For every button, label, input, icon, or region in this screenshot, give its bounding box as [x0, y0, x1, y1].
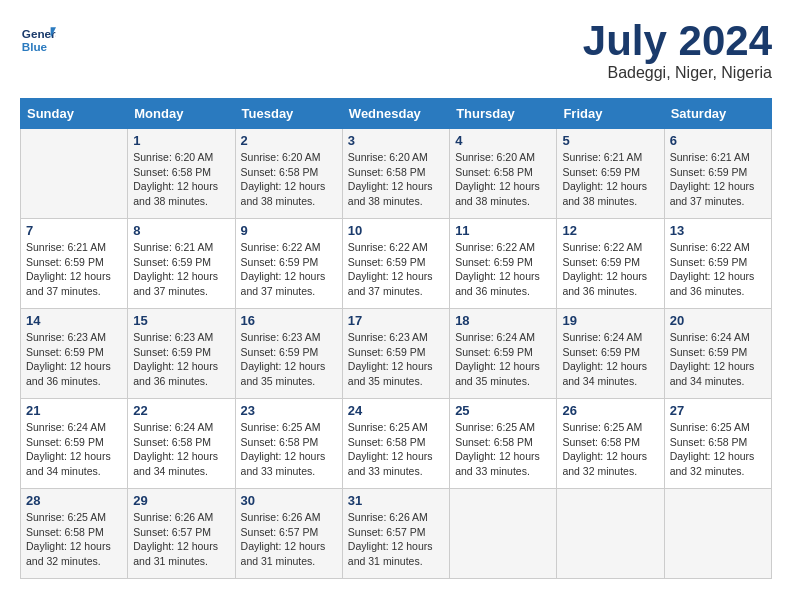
day-number: 27 — [670, 403, 766, 418]
day-info: Sunrise: 6:22 AM Sunset: 6:59 PM Dayligh… — [348, 240, 444, 299]
day-cell — [557, 489, 664, 579]
day-cell: 18Sunrise: 6:24 AM Sunset: 6:59 PM Dayli… — [450, 309, 557, 399]
day-info: Sunrise: 6:21 AM Sunset: 6:59 PM Dayligh… — [133, 240, 229, 299]
day-cell: 1Sunrise: 6:20 AM Sunset: 6:58 PM Daylig… — [128, 129, 235, 219]
day-info: Sunrise: 6:25 AM Sunset: 6:58 PM Dayligh… — [26, 510, 122, 569]
day-info: Sunrise: 6:25 AM Sunset: 6:58 PM Dayligh… — [562, 420, 658, 479]
day-info: Sunrise: 6:22 AM Sunset: 6:59 PM Dayligh… — [455, 240, 551, 299]
col-header-thursday: Thursday — [450, 99, 557, 129]
day-cell: 15Sunrise: 6:23 AM Sunset: 6:59 PM Dayli… — [128, 309, 235, 399]
week-row-2: 7Sunrise: 6:21 AM Sunset: 6:59 PM Daylig… — [21, 219, 772, 309]
day-number: 14 — [26, 313, 122, 328]
title-block: July 2024 Badeggi, Niger, Nigeria — [583, 20, 772, 82]
day-cell: 20Sunrise: 6:24 AM Sunset: 6:59 PM Dayli… — [664, 309, 771, 399]
day-info: Sunrise: 6:25 AM Sunset: 6:58 PM Dayligh… — [670, 420, 766, 479]
day-info: Sunrise: 6:23 AM Sunset: 6:59 PM Dayligh… — [133, 330, 229, 389]
day-cell: 10Sunrise: 6:22 AM Sunset: 6:59 PM Dayli… — [342, 219, 449, 309]
day-number: 3 — [348, 133, 444, 148]
day-number: 4 — [455, 133, 551, 148]
day-number: 12 — [562, 223, 658, 238]
day-cell: 28Sunrise: 6:25 AM Sunset: 6:58 PM Dayli… — [21, 489, 128, 579]
day-info: Sunrise: 6:21 AM Sunset: 6:59 PM Dayligh… — [26, 240, 122, 299]
day-cell: 12Sunrise: 6:22 AM Sunset: 6:59 PM Dayli… — [557, 219, 664, 309]
day-cell: 26Sunrise: 6:25 AM Sunset: 6:58 PM Dayli… — [557, 399, 664, 489]
day-info: Sunrise: 6:24 AM Sunset: 6:59 PM Dayligh… — [670, 330, 766, 389]
svg-text:Blue: Blue — [22, 40, 48, 53]
page-header: General Blue July 2024 Badeggi, Niger, N… — [20, 20, 772, 82]
day-info: Sunrise: 6:22 AM Sunset: 6:59 PM Dayligh… — [562, 240, 658, 299]
day-cell: 14Sunrise: 6:23 AM Sunset: 6:59 PM Dayli… — [21, 309, 128, 399]
day-number: 10 — [348, 223, 444, 238]
day-info: Sunrise: 6:22 AM Sunset: 6:59 PM Dayligh… — [241, 240, 337, 299]
day-info: Sunrise: 6:25 AM Sunset: 6:58 PM Dayligh… — [455, 420, 551, 479]
day-cell: 30Sunrise: 6:26 AM Sunset: 6:57 PM Dayli… — [235, 489, 342, 579]
day-cell: 25Sunrise: 6:25 AM Sunset: 6:58 PM Dayli… — [450, 399, 557, 489]
day-number: 5 — [562, 133, 658, 148]
day-info: Sunrise: 6:23 AM Sunset: 6:59 PM Dayligh… — [241, 330, 337, 389]
day-number: 13 — [670, 223, 766, 238]
day-number: 11 — [455, 223, 551, 238]
logo-icon: General Blue — [20, 20, 56, 56]
day-cell: 19Sunrise: 6:24 AM Sunset: 6:59 PM Dayli… — [557, 309, 664, 399]
day-info: Sunrise: 6:20 AM Sunset: 6:58 PM Dayligh… — [348, 150, 444, 209]
day-cell: 4Sunrise: 6:20 AM Sunset: 6:58 PM Daylig… — [450, 129, 557, 219]
day-cell: 11Sunrise: 6:22 AM Sunset: 6:59 PM Dayli… — [450, 219, 557, 309]
day-number: 6 — [670, 133, 766, 148]
day-info: Sunrise: 6:20 AM Sunset: 6:58 PM Dayligh… — [241, 150, 337, 209]
day-cell: 23Sunrise: 6:25 AM Sunset: 6:58 PM Dayli… — [235, 399, 342, 489]
day-info: Sunrise: 6:26 AM Sunset: 6:57 PM Dayligh… — [241, 510, 337, 569]
day-number: 1 — [133, 133, 229, 148]
day-number: 24 — [348, 403, 444, 418]
day-number: 29 — [133, 493, 229, 508]
day-number: 26 — [562, 403, 658, 418]
week-row-4: 21Sunrise: 6:24 AM Sunset: 6:59 PM Dayli… — [21, 399, 772, 489]
logo: General Blue — [20, 20, 56, 56]
day-number: 17 — [348, 313, 444, 328]
day-info: Sunrise: 6:24 AM Sunset: 6:59 PM Dayligh… — [26, 420, 122, 479]
day-number: 22 — [133, 403, 229, 418]
day-info: Sunrise: 6:24 AM Sunset: 6:59 PM Dayligh… — [562, 330, 658, 389]
day-cell — [450, 489, 557, 579]
col-header-sunday: Sunday — [21, 99, 128, 129]
day-number: 28 — [26, 493, 122, 508]
day-info: Sunrise: 6:23 AM Sunset: 6:59 PM Dayligh… — [348, 330, 444, 389]
day-info: Sunrise: 6:23 AM Sunset: 6:59 PM Dayligh… — [26, 330, 122, 389]
day-cell: 17Sunrise: 6:23 AM Sunset: 6:59 PM Dayli… — [342, 309, 449, 399]
day-number: 7 — [26, 223, 122, 238]
location: Badeggi, Niger, Nigeria — [583, 64, 772, 82]
day-cell — [21, 129, 128, 219]
day-info: Sunrise: 6:26 AM Sunset: 6:57 PM Dayligh… — [133, 510, 229, 569]
col-header-saturday: Saturday — [664, 99, 771, 129]
month-title: July 2024 — [583, 20, 772, 62]
day-cell: 6Sunrise: 6:21 AM Sunset: 6:59 PM Daylig… — [664, 129, 771, 219]
week-row-3: 14Sunrise: 6:23 AM Sunset: 6:59 PM Dayli… — [21, 309, 772, 399]
day-number: 25 — [455, 403, 551, 418]
day-info: Sunrise: 6:24 AM Sunset: 6:59 PM Dayligh… — [455, 330, 551, 389]
day-number: 18 — [455, 313, 551, 328]
day-number: 2 — [241, 133, 337, 148]
day-number: 20 — [670, 313, 766, 328]
day-cell: 8Sunrise: 6:21 AM Sunset: 6:59 PM Daylig… — [128, 219, 235, 309]
day-cell: 21Sunrise: 6:24 AM Sunset: 6:59 PM Dayli… — [21, 399, 128, 489]
col-header-friday: Friday — [557, 99, 664, 129]
day-info: Sunrise: 6:20 AM Sunset: 6:58 PM Dayligh… — [133, 150, 229, 209]
day-info: Sunrise: 6:22 AM Sunset: 6:59 PM Dayligh… — [670, 240, 766, 299]
day-number: 9 — [241, 223, 337, 238]
day-cell: 2Sunrise: 6:20 AM Sunset: 6:58 PM Daylig… — [235, 129, 342, 219]
day-cell: 3Sunrise: 6:20 AM Sunset: 6:58 PM Daylig… — [342, 129, 449, 219]
day-cell: 16Sunrise: 6:23 AM Sunset: 6:59 PM Dayli… — [235, 309, 342, 399]
week-row-5: 28Sunrise: 6:25 AM Sunset: 6:58 PM Dayli… — [21, 489, 772, 579]
day-cell — [664, 489, 771, 579]
day-info: Sunrise: 6:25 AM Sunset: 6:58 PM Dayligh… — [348, 420, 444, 479]
day-number: 16 — [241, 313, 337, 328]
day-cell: 27Sunrise: 6:25 AM Sunset: 6:58 PM Dayli… — [664, 399, 771, 489]
calendar-table: SundayMondayTuesdayWednesdayThursdayFrid… — [20, 98, 772, 579]
day-number: 8 — [133, 223, 229, 238]
day-number: 23 — [241, 403, 337, 418]
day-number: 19 — [562, 313, 658, 328]
day-info: Sunrise: 6:21 AM Sunset: 6:59 PM Dayligh… — [562, 150, 658, 209]
day-cell: 22Sunrise: 6:24 AM Sunset: 6:58 PM Dayli… — [128, 399, 235, 489]
day-number: 30 — [241, 493, 337, 508]
day-cell: 29Sunrise: 6:26 AM Sunset: 6:57 PM Dayli… — [128, 489, 235, 579]
day-info: Sunrise: 6:21 AM Sunset: 6:59 PM Dayligh… — [670, 150, 766, 209]
